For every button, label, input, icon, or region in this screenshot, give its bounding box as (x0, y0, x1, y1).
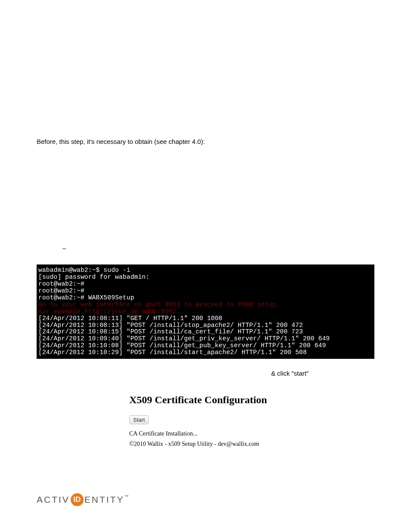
logo-left: ACTIV (37, 495, 70, 505)
config-panel: X509 Certificate Configuration Start CA … (129, 394, 374, 448)
config-title: X509 Certificate Configuration (129, 394, 374, 406)
logo-right: ENTITY (84, 495, 125, 505)
logo-id-circle-icon: ID (71, 493, 84, 506)
start-button[interactable]: Start (129, 415, 149, 424)
actividentity-logo: ACTIV ID ENTITY ™ (37, 493, 129, 506)
click-start-text: & click "start" (269, 370, 309, 377)
logo-trademark: ™ (125, 494, 129, 499)
config-copyright: ©2010 Wallix - x509 Setup Utility - dev@… (129, 441, 374, 448)
url-instruction: & click "start" (192, 370, 374, 377)
intro-text: Before, this step, it's necessary to obt… (37, 138, 374, 145)
dash-mark: – (62, 244, 374, 252)
config-status-line: CA Certificate Installation... (129, 430, 374, 437)
terminal-output: wabadmin@wab2:~$ sudo -i[sudo] password … (37, 264, 374, 359)
